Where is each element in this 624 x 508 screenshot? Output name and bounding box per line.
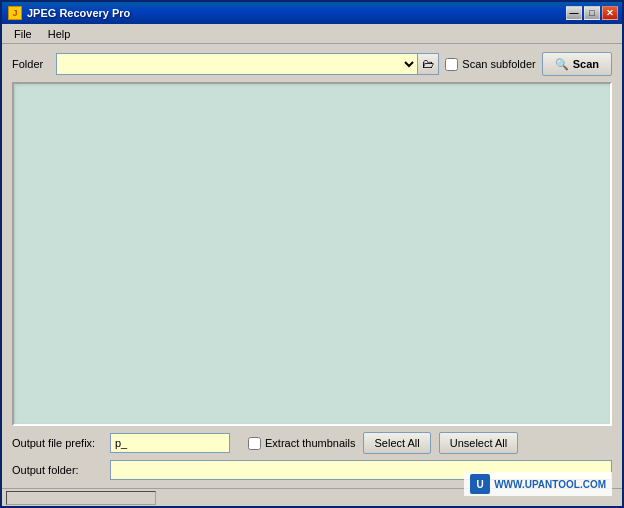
title-bar: J JPEG Recovery Pro — □ ✕ <box>2 2 622 24</box>
watermark-icon: U <box>470 474 490 494</box>
scan-button[interactable]: 🔍 Scan <box>542 52 612 76</box>
output-prefix-row: Output file prefix: Extract thumbnails S… <box>12 432 612 454</box>
scan-subfolder-checkbox[interactable] <box>445 58 458 71</box>
folder-browse-button[interactable]: 🗁 <box>417 53 439 75</box>
preview-area <box>12 82 612 426</box>
minimize-button[interactable]: — <box>566 6 582 20</box>
menu-bar: File Help <box>2 24 622 44</box>
folder-input-wrapper: 🗁 <box>56 53 439 75</box>
scan-icon: 🔍 <box>555 58 569 71</box>
folder-label: Folder <box>12 58 50 70</box>
maximize-button[interactable]: □ <box>584 6 600 20</box>
select-all-button[interactable]: Select All <box>363 432 430 454</box>
scan-button-label: Scan <box>573 58 599 70</box>
app-icon: J <box>8 6 22 20</box>
main-content: Folder 🗁 Scan subfolder 🔍 Scan <box>2 44 622 488</box>
window-title: JPEG Recovery Pro <box>27 7 130 19</box>
folder-dropdown[interactable] <box>56 53 417 75</box>
unselect-all-button[interactable]: Unselect All <box>439 432 518 454</box>
title-buttons: — □ ✕ <box>566 6 618 20</box>
extract-wrapper: Extract thumbnails <box>248 437 355 450</box>
watermark: U WWW.UPANTOOL.COM <box>464 472 612 496</box>
menu-item-help[interactable]: Help <box>40 26 79 42</box>
main-window: J JPEG Recovery Pro — □ ✕ File Help Fold… <box>0 0 624 508</box>
extract-thumbnails-checkbox[interactable] <box>248 437 261 450</box>
output-prefix-input[interactable] <box>110 433 230 453</box>
menu-item-file[interactable]: File <box>6 26 40 42</box>
status-section <box>6 491 156 505</box>
output-folder-label: Output folder: <box>12 464 102 476</box>
folder-icon: 🗁 <box>422 57 434 71</box>
output-prefix-label: Output file prefix: <box>12 437 102 449</box>
folder-row: Folder 🗁 Scan subfolder 🔍 Scan <box>12 52 612 76</box>
scan-subfolder-label: Scan subfolder <box>462 58 535 70</box>
scan-subfolder-wrapper: Scan subfolder <box>445 58 535 71</box>
title-bar-left: J JPEG Recovery Pro <box>8 6 130 20</box>
extract-thumbnails-label: Extract thumbnails <box>265 437 355 449</box>
watermark-text: WWW.UPANTOOL.COM <box>494 479 606 490</box>
close-button[interactable]: ✕ <box>602 6 618 20</box>
